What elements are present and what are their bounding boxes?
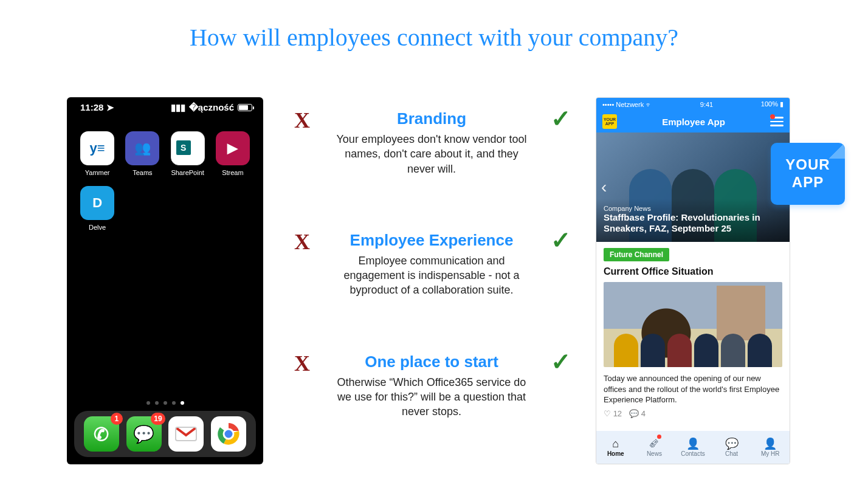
notification-dot-icon — [657, 435, 661, 439]
app-label: Teams — [133, 169, 152, 176]
row-heading: One place to start — [330, 353, 533, 371]
messages-app-icon[interactable]: 💬 19 — [126, 416, 162, 452]
chat-icon: 💬 — [725, 438, 739, 449]
comparison-row: X Branding Your employees don't know ven… — [289, 109, 574, 176]
iphone-mock: 11:28 ➤ ▮▮▮ �ączność y≡ Yammer 👥 Teams S… — [67, 97, 263, 464]
tab-bar: ⌂ Home 🗞 News 👤 Contacts 💬 Chat 👤 My HR — [596, 431, 790, 464]
battery-icon — [238, 104, 252, 111]
slide-stage: 11:28 ➤ ▮▮▮ �ączność y≡ Yammer 👥 Teams S… — [0, 97, 868, 468]
wifi-icon: ᯤ — [646, 101, 652, 108]
hero-card[interactable]: ‹ Company News Staffbase Profile: Revolu… — [596, 132, 790, 242]
badge: 1 — [111, 413, 123, 425]
badge: 19 — [151, 413, 165, 425]
tab-label: News — [647, 450, 662, 457]
app-label: Yammer — [85, 169, 110, 176]
row-heading: Employee Experience — [330, 231, 533, 250]
app-label: Stream — [222, 169, 243, 176]
tab-contacts[interactable]: 👤 Contacts — [673, 431, 712, 464]
comment-icon[interactable]: 💬 4 — [629, 409, 646, 418]
x-icon: X — [289, 353, 315, 374]
teams-icon: 👥 — [125, 131, 159, 165]
comparison-row: X Employee Experience Employee communica… — [289, 231, 574, 298]
hero-headline: Staffbase Profile: Revolutionaries in Sn… — [604, 212, 782, 235]
hr-icon: 👤 — [763, 438, 777, 449]
comparison-row: X One place to start Otherwise “Which Of… — [289, 353, 574, 419]
delve-icon: D — [80, 186, 114, 220]
card-desc: Today we announced the opening of our ne… — [604, 373, 782, 405]
sharepoint-icon: S — [171, 131, 205, 165]
carrier-label: ••••• Netzwerk — [602, 101, 644, 108]
app-header-title: Employee App — [662, 117, 725, 127]
tab-label: Home — [607, 450, 624, 457]
news-icon: 🗞 — [649, 438, 660, 449]
employee-app-mock: ••••• Netzwerk ᯤ 9:41 100% ▮ YOUR APP Em… — [596, 97, 790, 464]
android-status-bar: ••••• Netzwerk ᯤ 9:41 100% ▮ — [596, 98, 790, 111]
slide-title: How will employees connect with your com… — [0, 23, 868, 52]
app-yammer[interactable]: y≡ Yammer — [78, 131, 117, 176]
app-label: Delve — [89, 224, 106, 231]
check-icon: ✓ — [548, 107, 574, 131]
card-image — [604, 282, 782, 367]
home-icon: ⌂ — [612, 438, 619, 449]
ios-status-bar: 11:28 ➤ ▮▮▮ �ączność — [67, 97, 263, 113]
battery-icon: ▮ — [780, 100, 784, 108]
hero-category: Company News — [604, 205, 782, 212]
tab-home[interactable]: ⌂ Home — [596, 431, 635, 464]
app-delve[interactable]: D Delve — [78, 186, 117, 231]
gmail-app-icon[interactable] — [168, 416, 204, 452]
hamburger-icon[interactable] — [770, 117, 784, 126]
heart-icon[interactable]: ♡ 12 — [604, 409, 622, 418]
ios-dock: ✆ 1 💬 19 — [74, 411, 256, 457]
tab-label: Contacts — [681, 450, 704, 457]
row-heading: Branding — [330, 109, 533, 128]
contacts-icon: 👤 — [686, 438, 700, 449]
stream-icon: ▶ — [216, 131, 250, 165]
ios-app-grid: y≡ Yammer 👥 Teams S SharePoint ▶ Stream … — [67, 113, 263, 231]
x-icon: X — [289, 231, 315, 253]
phone-app-icon[interactable]: ✆ 1 — [84, 416, 119, 452]
x-icon: X — [289, 109, 315, 131]
row-body: Your employees don't know vendor tool na… — [330, 132, 533, 176]
battery-pct: 100% — [761, 100, 778, 108]
your-app-sticker: YOUR APP — [771, 143, 845, 205]
chrome-app-icon[interactable] — [211, 416, 246, 452]
row-body: Otherwise “Which Office365 service do we… — [330, 375, 533, 419]
news-card[interactable]: Future Channel Current Office Situation … — [596, 242, 790, 422]
app-teams[interactable]: 👥 Teams — [123, 131, 162, 176]
tab-chat[interactable]: 💬 Chat — [712, 431, 751, 464]
chevron-left-icon[interactable]: ‹ — [601, 177, 607, 197]
status-clock: 9:41 — [700, 101, 713, 108]
tab-label: Chat — [725, 450, 738, 457]
row-body: Employee communication and engagement is… — [330, 253, 533, 298]
tab-label: My HR — [761, 450, 780, 457]
ios-time: 11:28 ➤ — [80, 102, 114, 113]
comparison-column: X Branding Your employees don't know ven… — [289, 109, 574, 419]
signal-icon: ▮▮▮ — [171, 102, 185, 113]
app-logo-icon: YOUR APP — [602, 114, 617, 129]
check-icon: ✓ — [548, 229, 574, 253]
wifi-icon: �ączność — [189, 102, 234, 113]
app-header: YOUR APP Employee App — [596, 111, 790, 132]
yammer-icon: y≡ — [80, 131, 114, 165]
card-meta: ♡ 12 💬 4 — [604, 409, 782, 418]
card-title: Current Office Situation — [604, 266, 782, 277]
tab-news[interactable]: 🗞 News — [635, 431, 674, 464]
tab-myhr[interactable]: 👤 My HR — [751, 431, 790, 464]
page-indicator — [67, 401, 263, 405]
app-stream[interactable]: ▶ Stream — [213, 131, 252, 176]
card-tag: Future Channel — [604, 248, 669, 261]
location-arrow-icon: ➤ — [106, 102, 114, 112]
app-sharepoint[interactable]: S SharePoint — [168, 131, 207, 176]
app-label: SharePoint — [171, 169, 204, 176]
check-icon: ✓ — [548, 350, 574, 374]
